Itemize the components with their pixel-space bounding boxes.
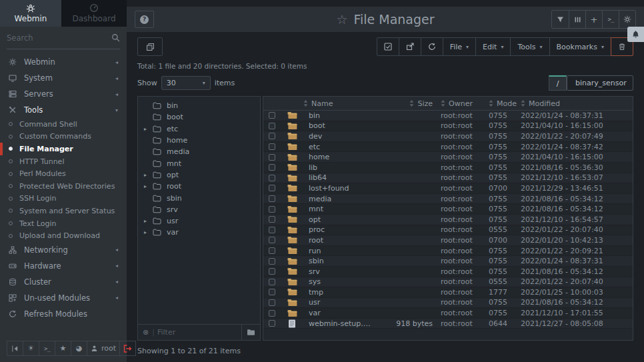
- file-name[interactable]: etc: [303, 143, 374, 151]
- sidebar-item-networking[interactable]: Networking: [0, 242, 127, 258]
- tree-filter-input[interactable]: [157, 328, 241, 337]
- select-toggle-button[interactable]: [377, 38, 399, 55]
- table-row[interactable]: run root:root 0755 2022/01/22 - 20:09:21: [263, 246, 633, 257]
- submenu-item[interactable]: HTTP Tunnel: [0, 155, 127, 168]
- row-checkbox[interactable]: [269, 123, 275, 129]
- edit-menu-button[interactable]: Edit ▾: [475, 38, 510, 55]
- table-row[interactable]: lost+found root:root 0700 2021/12/29 - 1…: [263, 183, 633, 194]
- help-button[interactable]: ?: [135, 11, 154, 28]
- file-menu-button[interactable]: File ▾: [443, 38, 475, 55]
- row-checkbox[interactable]: [269, 320, 275, 327]
- add-button[interactable]: +: [585, 11, 602, 28]
- row-checkbox[interactable]: [269, 206, 275, 213]
- row-checkbox[interactable]: [269, 227, 275, 233]
- table-row[interactable]: media root:root 0755 2021/08/16 - 05:34:…: [263, 194, 633, 205]
- sidebar-item-tools[interactable]: Tools: [0, 102, 127, 118]
- submenu-item[interactable]: SSH Login: [0, 193, 127, 205]
- expand-caret-icon[interactable]: ▸: [144, 218, 153, 224]
- row-checkbox[interactable]: [269, 216, 275, 223]
- path-root-button[interactable]: /: [549, 75, 567, 91]
- user-button[interactable]: root: [87, 341, 120, 356]
- column-header-name[interactable]: Name: [303, 99, 374, 108]
- expand-caret-icon[interactable]: ▸: [144, 172, 153, 178]
- table-row[interactable]: usr root:root 0755 2021/08/16 - 05:34:12: [263, 298, 633, 309]
- table-row[interactable]: opt root:root 0755 2021/12/10 - 16:54:57: [263, 215, 633, 225]
- submenu-item[interactable]: Perl Modules: [0, 167, 127, 180]
- submenu-item[interactable]: System and Server Status: [0, 205, 127, 217]
- tree-item[interactable]: ▸ sbin: [138, 192, 260, 203]
- table-row[interactable]: lib root:root 0755 2021/08/16 - 05:36:30: [263, 163, 633, 173]
- submenu-item[interactable]: Command Shell: [0, 118, 127, 131]
- row-checkbox[interactable]: [269, 195, 275, 202]
- file-name[interactable]: root: [303, 236, 374, 245]
- file-name[interactable]: media: [303, 195, 374, 203]
- file-name[interactable]: proc: [303, 225, 374, 234]
- table-row[interactable]: etc root:root 0755 2022/01/24 - 08:37:42: [263, 142, 633, 153]
- filter-button[interactable]: [552, 11, 569, 28]
- tree-item[interactable]: ▸ srv: [138, 204, 260, 215]
- tree-item[interactable]: ▸ home: [138, 135, 260, 146]
- filter-clear-icon[interactable]: ⊗: [143, 328, 149, 337]
- row-checkbox[interactable]: [269, 310, 275, 317]
- row-checkbox[interactable]: [269, 289, 275, 295]
- share-button[interactable]: [399, 38, 421, 55]
- file-name[interactable]: lib: [303, 163, 374, 172]
- tab-dashboard[interactable]: Dashboard: [61, 0, 127, 27]
- submenu-item[interactable]: File Manager: [0, 143, 127, 155]
- file-name[interactable]: bin: [303, 111, 374, 120]
- table-row[interactable]: mnt root:root 0755 2021/08/16 - 05:34:12: [263, 204, 633, 215]
- row-checkbox[interactable]: [269, 185, 275, 191]
- file-name[interactable]: webmin-setup.out: [303, 319, 374, 328]
- table-row[interactable]: dev root:root 0755 2022/01/22 - 20:07:49: [263, 131, 633, 142]
- tree-item[interactable]: ▸ boot: [138, 111, 260, 123]
- file-name[interactable]: dev: [303, 132, 374, 141]
- sidebar-item-system[interactable]: System: [0, 70, 127, 86]
- tree-item[interactable]: ▸ opt: [138, 169, 260, 181]
- favorites-button[interactable]: ★: [55, 341, 71, 356]
- table-row[interactable]: sbin root:root 0755 2022/01/24 - 08:37:3…: [263, 256, 633, 267]
- tree-folder-button[interactable]: [241, 325, 260, 340]
- submenu-item[interactable]: Protected Web Directories: [0, 180, 127, 193]
- tree-item[interactable]: ▸ mnt: [138, 157, 260, 169]
- sidebar-item-cluster[interactable]: Cluster: [0, 274, 127, 290]
- tree-item[interactable]: ▸ root: [138, 181, 260, 192]
- tree-item[interactable]: ▸ etc: [138, 123, 260, 135]
- table-row[interactable]: bin root:root 0755 2022/01/24 - 08:37:31: [263, 111, 633, 121]
- expand-caret-icon[interactable]: ▸: [144, 183, 153, 189]
- table-row[interactable]: webmin-setup.out 918 bytes root:root 064…: [263, 319, 633, 329]
- row-checkbox[interactable]: [269, 143, 275, 150]
- submenu-item[interactable]: Text Login: [0, 217, 127, 230]
- row-checkbox[interactable]: [269, 175, 275, 181]
- table-row[interactable]: home root:root 0755 2021/04/10 - 16:15:0…: [263, 152, 633, 163]
- file-name[interactable]: lib64: [303, 173, 374, 182]
- file-name[interactable]: tmp: [303, 288, 374, 297]
- sidebar-item-servers[interactable]: Servers: [0, 86, 127, 102]
- sidebar-item-webmin[interactable]: Webmin: [0, 54, 127, 70]
- file-name[interactable]: mnt: [303, 205, 374, 213]
- table-row[interactable]: lib64 root:root 0755 2021/12/10 - 16:53:…: [263, 173, 633, 184]
- search-input[interactable]: [7, 33, 111, 43]
- row-checkbox[interactable]: [269, 279, 275, 285]
- bookmarks-menu-button[interactable]: Bookmarks ▾: [549, 38, 611, 55]
- sidebar-item-unused-modules[interactable]: Un-used Modules: [0, 290, 127, 306]
- table-row[interactable]: tmp root:root 1777 2022/01/25 - 10:00:03: [263, 287, 633, 298]
- tree-item[interactable]: ▸ bin: [138, 100, 260, 111]
- column-header-size[interactable]: Size: [374, 99, 441, 108]
- shell-button[interactable]: >_: [39, 341, 55, 356]
- column-header-mode[interactable]: Mode: [489, 99, 521, 108]
- file-name[interactable]: srv: [303, 267, 374, 276]
- row-checkbox[interactable]: [269, 247, 275, 254]
- row-checkbox[interactable]: [269, 268, 275, 275]
- file-name[interactable]: lost+found: [303, 184, 374, 193]
- terminal-toggle-button[interactable]: >_: [602, 11, 619, 28]
- page-size-select[interactable]: 30 ▾: [161, 76, 211, 90]
- file-name[interactable]: sys: [303, 277, 374, 286]
- file-name[interactable]: usr: [303, 298, 374, 307]
- table-row[interactable]: sys root:root 0555 2022/01/22 - 20:07:40: [263, 277, 633, 288]
- collapse-sidebar-button[interactable]: [7, 341, 23, 356]
- star-outline-icon[interactable]: ☆: [336, 12, 347, 27]
- column-header-modified[interactable]: Modified: [521, 99, 609, 108]
- row-checkbox[interactable]: [269, 164, 275, 171]
- copy-button[interactable]: [137, 37, 163, 56]
- tree-item[interactable]: ▸ media: [138, 146, 260, 157]
